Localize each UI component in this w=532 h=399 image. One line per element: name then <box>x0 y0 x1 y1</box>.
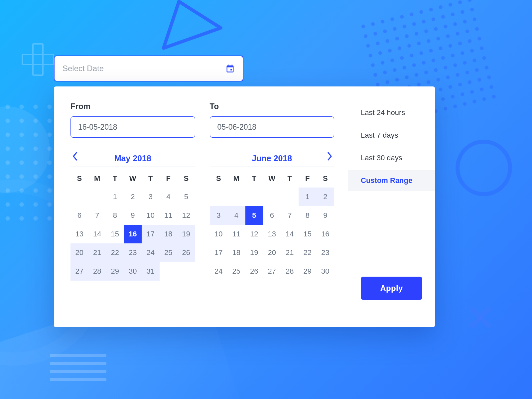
day-cell[interactable]: 15 <box>106 225 124 243</box>
day-cell[interactable]: 10 <box>210 225 228 243</box>
month-column: May 2018SMTWTFS1234567891011121314151617… <box>70 150 195 281</box>
day-cell[interactable]: 6 <box>70 206 88 225</box>
day-cell[interactable]: 1 <box>106 188 124 206</box>
day-blank <box>227 188 245 206</box>
day-cell[interactable]: 14 <box>88 225 106 243</box>
month-title: May 2018 <box>114 154 151 163</box>
from-label: From <box>70 102 195 111</box>
weekday-label: M <box>88 174 106 183</box>
day-cell[interactable]: 19 <box>245 243 263 262</box>
day-cell[interactable]: 24 <box>210 262 228 281</box>
prev-month-button[interactable] <box>68 150 82 164</box>
day-cell[interactable]: 7 <box>88 206 106 225</box>
day-cell[interactable]: 14 <box>281 225 299 243</box>
day-cell[interactable]: 17 <box>210 243 228 262</box>
day-cell[interactable]: 7 <box>281 206 299 225</box>
day-cell[interactable]: 30 <box>317 262 334 281</box>
weekday-label: T <box>142 174 160 183</box>
weekday-label: S <box>177 174 195 183</box>
day-cell[interactable]: 28 <box>281 262 299 281</box>
day-cell[interactable]: 10 <box>142 206 160 225</box>
chevron-right-icon <box>327 152 332 162</box>
day-grid: 1234567891011121314151617181920212223242… <box>210 188 334 281</box>
day-cell[interactable]: 12 <box>177 206 195 225</box>
day-cell[interactable]: 24 <box>142 243 160 262</box>
day-cell[interactable]: 26 <box>245 262 263 281</box>
day-cell[interactable]: 21 <box>281 243 299 262</box>
day-cell[interactable]: 29 <box>106 262 124 281</box>
day-blank <box>210 188 228 206</box>
day-cell[interactable]: 11 <box>160 206 178 225</box>
day-cell[interactable]: 6 <box>263 206 281 225</box>
day-cell[interactable]: 25 <box>160 243 178 262</box>
day-cell[interactable]: 20 <box>70 243 88 262</box>
to-field: To 05-06-2018 <box>210 102 334 138</box>
weekday-label: T <box>245 174 263 183</box>
day-cell[interactable]: 8 <box>106 206 124 225</box>
day-cell[interactable]: 2 <box>124 188 142 206</box>
day-cell[interactable]: 25 <box>227 262 245 281</box>
day-cell[interactable]: 4 <box>160 188 178 206</box>
day-cell[interactable]: 3 <box>142 188 160 206</box>
day-cell[interactable]: 5 <box>245 206 263 225</box>
weekday-label: W <box>263 174 281 183</box>
day-cell[interactable]: 1 <box>299 188 317 206</box>
day-cell[interactable]: 11 <box>227 225 245 243</box>
select-date-placeholder: Select Date <box>63 64 104 73</box>
day-cell[interactable]: 18 <box>227 243 245 262</box>
preset-option[interactable]: Last 30 days <box>348 148 435 168</box>
day-cell[interactable]: 27 <box>70 262 88 281</box>
month-header: June 2018 <box>210 150 334 167</box>
day-cell[interactable]: 9 <box>317 206 334 225</box>
day-cell[interactable]: 29 <box>299 262 317 281</box>
day-cell[interactable]: 23 <box>317 243 334 262</box>
day-cell[interactable]: 18 <box>160 225 178 243</box>
weekday-row: SMTWTFS <box>210 174 334 183</box>
day-cell[interactable]: 8 <box>299 206 317 225</box>
day-cell[interactable]: 30 <box>124 262 142 281</box>
weekday-label: F <box>299 174 317 183</box>
day-cell[interactable]: 3 <box>210 206 228 225</box>
day-cell[interactable]: 17 <box>142 225 160 243</box>
day-cell[interactable]: 9 <box>124 206 142 225</box>
next-month-button[interactable] <box>323 150 336 164</box>
day-cell[interactable]: 13 <box>263 225 281 243</box>
day-cell[interactable]: 22 <box>106 243 124 262</box>
apply-button[interactable]: Apply <box>361 277 422 300</box>
day-cell[interactable]: 19 <box>177 225 195 243</box>
day-cell[interactable]: 26 <box>177 243 195 262</box>
calendar-area: From 16-05-2018 To 05-06-2018 May 2018SM… <box>54 86 348 327</box>
day-cell[interactable]: 13 <box>70 225 88 243</box>
from-date-input[interactable]: 16-05-2018 <box>70 116 195 138</box>
weekday-label: S <box>210 174 228 183</box>
month-title: June 2018 <box>252 154 292 163</box>
weekday-label: T <box>106 174 124 183</box>
calendar-icon <box>225 64 235 73</box>
day-cell[interactable]: 21 <box>88 243 106 262</box>
select-date-input[interactable]: Select Date <box>54 56 243 81</box>
weekday-label: S <box>70 174 88 183</box>
weekday-label: T <box>281 174 299 183</box>
day-cell[interactable]: 23 <box>124 243 142 262</box>
day-cell[interactable]: 27 <box>263 262 281 281</box>
day-cell[interactable]: 4 <box>227 206 245 225</box>
day-cell[interactable]: 15 <box>299 225 317 243</box>
to-label: To <box>210 102 334 111</box>
day-cell[interactable]: 2 <box>317 188 334 206</box>
to-date-input[interactable]: 05-06-2018 <box>210 116 334 138</box>
day-cell[interactable]: 22 <box>299 243 317 262</box>
preset-option[interactable]: Last 7 days <box>348 125 435 146</box>
weekday-label: M <box>227 174 245 183</box>
day-cell[interactable]: 16 <box>124 225 142 243</box>
day-cell[interactable]: 16 <box>317 225 334 243</box>
preset-option[interactable]: Custom Range <box>348 170 435 191</box>
chevron-left-icon <box>72 152 78 162</box>
from-date-value: 16-05-2018 <box>78 123 117 132</box>
day-cell[interactable]: 31 <box>142 262 160 281</box>
day-cell[interactable]: 5 <box>177 188 195 206</box>
preset-option[interactable]: Last 24 hours <box>348 102 435 123</box>
day-cell[interactable]: 28 <box>88 262 106 281</box>
day-blank <box>70 188 88 206</box>
day-cell[interactable]: 20 <box>263 243 281 262</box>
day-cell[interactable]: 12 <box>245 225 263 243</box>
